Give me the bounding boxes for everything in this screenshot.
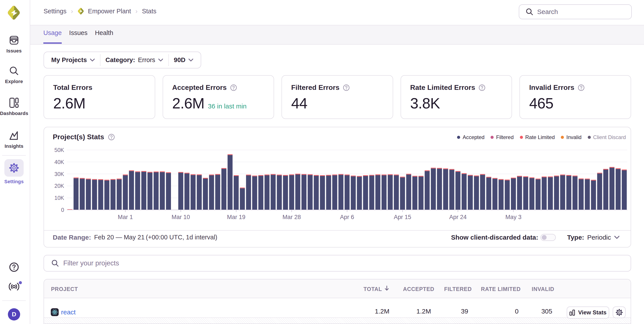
svg-text:Mar 19: Mar 19 xyxy=(227,214,246,220)
svg-text:Mar 10: Mar 10 xyxy=(172,214,190,220)
svg-text:Apr 24: Apr 24 xyxy=(449,214,467,220)
svg-text:40K: 40K xyxy=(54,159,64,165)
svg-text:20K: 20K xyxy=(54,183,64,189)
svg-text:50K: 50K xyxy=(54,147,64,153)
svg-text:0: 0 xyxy=(61,207,64,213)
svg-text:Mar 1: Mar 1 xyxy=(118,214,133,220)
svg-text:Mar 28: Mar 28 xyxy=(282,214,301,220)
svg-text:May 3: May 3 xyxy=(506,214,522,220)
svg-text:10K: 10K xyxy=(54,195,64,201)
svg-text:30K: 30K xyxy=(54,171,64,177)
svg-text:Apr 6: Apr 6 xyxy=(340,214,354,220)
svg-text:Apr 15: Apr 15 xyxy=(394,214,411,220)
